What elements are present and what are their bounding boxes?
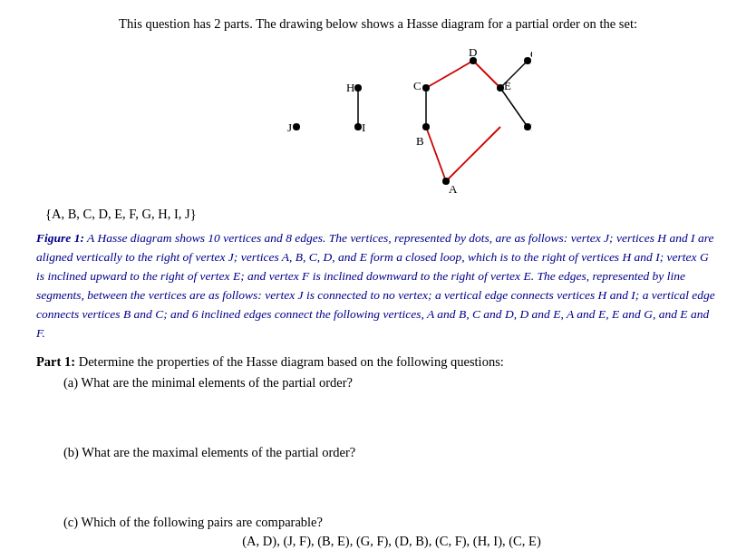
svg-line-2 [426,127,446,181]
label-G: G [530,47,532,61]
figure-caption: Figure 1: A Hasse diagram shows 10 verti… [36,229,720,343]
question-c-text: (c) Which of the following pairs are com… [63,515,323,529]
part-text: Determine the properties of the Hasse di… [75,354,504,369]
question-a: (a) What are the minimal elements of the… [63,375,720,391]
figure-caption-text: A Hasse diagram shows 10 vertices and 8 … [36,231,715,340]
question-c: (c) Which of the following pairs are com… [63,515,720,549]
label-D: D [469,45,477,59]
svg-point-9 [354,84,362,92]
set-label: {A, B, C, D, E, F, G, H, I, J} [45,207,720,222]
svg-line-7 [500,88,528,127]
part-bold: Part 1: [36,354,75,369]
svg-line-3 [446,127,500,181]
svg-line-4 [426,61,473,88]
label-F: F [531,121,532,134]
svg-point-10 [354,123,362,130]
svg-point-14 [497,84,504,92]
label-J: J [287,121,292,134]
label-H: H [346,81,354,94]
intro-text: This question has 2 parts. The drawing b… [36,16,720,32]
label-B: B [416,134,424,148]
label-A: A [449,182,458,196]
label-E: E [504,79,511,92]
figure-caption-bold: Figure 1: [36,231,84,245]
question-b: (b) What are the maximal elements of the… [63,445,720,460]
svg-point-12 [422,123,430,130]
svg-point-8 [293,123,300,130]
question-a-text: (a) What are the minimal elements of the… [63,375,353,390]
svg-line-5 [473,61,500,88]
svg-point-11 [422,84,430,92]
label-C: C [413,79,422,92]
hasse-diagram: J H I C B D E G F A [224,41,532,199]
question-b-text: (b) What are the maximal elements of the… [63,445,355,459]
label-I: I [362,121,365,134]
svg-point-16 [524,123,531,130]
diagram-area: J H I C B D E G F A [36,41,720,199]
question-c-sub: (A, D), (J, F), (B, E), (G, F), (D, B), … [63,534,720,549]
part-header: Part 1: Determine the properties of the … [36,354,720,370]
